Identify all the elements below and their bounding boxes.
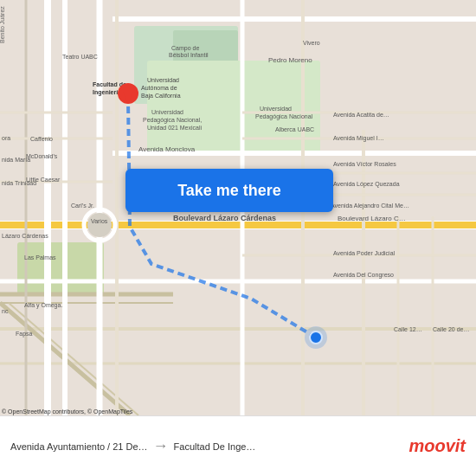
svg-text:Caffenio: Caffenio <box>30 136 53 142</box>
svg-text:Ingeniería: Ingeniería <box>93 89 121 96</box>
svg-text:Béisbol Infantil: Béisbol Infantil <box>169 52 209 58</box>
svg-text:Campo de: Campo de <box>171 45 199 52</box>
svg-text:Avenida Monclova: Avenida Monclova <box>138 145 196 153</box>
svg-text:Universidad: Universidad <box>147 77 179 83</box>
svg-text:Calle 12…: Calle 12… <box>394 326 422 332</box>
svg-point-35 <box>87 213 112 237</box>
svg-text:nc: nc <box>2 308 9 314</box>
moovit-logo: moovit <box>408 436 466 456</box>
svg-text:Calle 20 de…: Calle 20 de… <box>433 326 469 332</box>
svg-text:Alberca UABC: Alberca UABC <box>275 126 314 132</box>
svg-text:Universidad: Universidad <box>260 106 292 112</box>
svg-text:Autónoma de: Autónoma de <box>141 85 177 91</box>
svg-text:Avenida Poder Judicial: Avenida Poder Judicial <box>333 250 396 256</box>
svg-text:Avenida Miguel I…: Avenida Miguel I… <box>333 135 384 142</box>
svg-text:Avenida Víctor Rosales: Avenida Víctor Rosales <box>333 161 396 167</box>
svg-text:Lázaro Cárdenas: Lázaro Cárdenas <box>2 233 48 239</box>
svg-text:Baja California: Baja California <box>141 93 181 100</box>
svg-text:Vivero: Vivero <box>303 40 320 46</box>
svg-rect-3 <box>147 61 320 156</box>
svg-text:Alfa y Omega.: Alfa y Omega. <box>24 302 62 309</box>
svg-text:Las Palmas: Las Palmas <box>24 254 56 261</box>
svg-text:Fapsa: Fapsa <box>16 331 33 338</box>
map-container: Boulevard Lázaro Cárdenas Boulevard Láza… <box>0 0 476 415</box>
moovit-logo-text: moovit <box>408 436 466 456</box>
svg-text:Carl's Jr.: Carl's Jr. <box>71 203 94 209</box>
svg-text:Varios: Varios <box>91 218 108 224</box>
svg-text:Benito Juárez: Benito Juárez <box>0 6 5 43</box>
destination-pin <box>118 83 138 104</box>
route-info: Avenida Ayuntamiento / 21 De… <box>10 441 148 452</box>
svg-text:nida Trinidad: nida Trinidad <box>2 180 36 186</box>
svg-text:McDonald's: McDonald's <box>26 153 58 159</box>
svg-text:© OpenStreetMap contributors, : © OpenStreetMap contributors, © OpenMapT… <box>2 408 133 415</box>
svg-text:nida María: nida María <box>2 157 30 163</box>
svg-rect-4 <box>17 242 104 294</box>
route-arrow: → <box>153 437 169 455</box>
bottom-bar: Avenida Ayuntamiento / 21 De… → Facultad… <box>0 415 476 476</box>
svg-text:Universidad: Universidad <box>151 109 183 115</box>
svg-text:Avenida Acatita de…: Avenida Acatita de… <box>333 112 389 118</box>
svg-text:Avenida López Quezada: Avenida López Quezada <box>333 181 400 188</box>
current-location-halo <box>305 326 327 349</box>
from-label: Avenida Ayuntamiento / 21 De… <box>10 441 148 452</box>
to-label: Facultad De Inge… <box>174 441 256 452</box>
svg-text:Pedagógica Nacional,: Pedagógica Nacional, <box>143 117 202 124</box>
svg-text:Teatro UABC: Teatro UABC <box>62 54 98 60</box>
svg-text:Avenida Alejandro Cital Me…: Avenida Alejandro Cital Me… <box>331 203 409 209</box>
svg-text:Pedagógica Nacional: Pedagógica Nacional <box>255 113 313 120</box>
svg-text:Avenida Del Congreso: Avenida Del Congreso <box>333 272 394 279</box>
svg-text:Pedro Moreno: Pedro Moreno <box>268 56 312 64</box>
svg-text:ora: ora <box>2 135 10 141</box>
take-me-there-button[interactable]: Take me there <box>125 169 333 212</box>
svg-text:Boulevard Lázaro C…: Boulevard Lázaro C… <box>338 215 406 222</box>
svg-text:Unidad 021 Mexicali: Unidad 021 Mexicali <box>147 125 202 131</box>
svg-text:Boulevard Lázaro Cárdenas: Boulevard Lázaro Cárdenas <box>173 214 276 222</box>
